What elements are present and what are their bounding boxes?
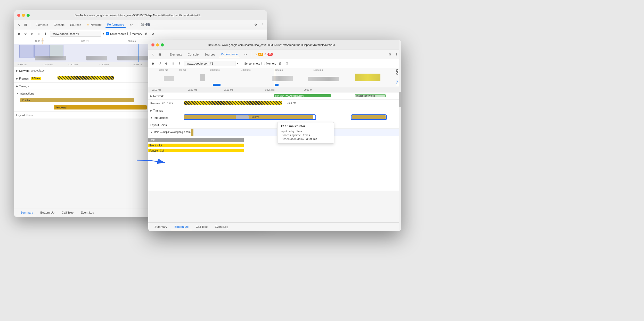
front-tab-console[interactable]: Console — [186, 52, 201, 57]
front-tab-performance[interactable]: Performance — [219, 52, 240, 57]
front-tab-bottomup[interactable]: Bottom-Up — [171, 224, 192, 230]
front-network-expand[interactable]: ▶ — [150, 95, 152, 97]
front-layout-shifts-row[interactable]: Layout Shifts — [148, 121, 401, 129]
scrollbar-track[interactable] — [399, 40, 401, 231]
tab-console[interactable]: Console — [52, 22, 67, 27]
download-icon[interactable]: ⬇ — [43, 31, 48, 36]
front-blue-marker — [275, 68, 275, 87]
timings-label-text: Timings — [19, 85, 29, 88]
front-tab-eventlog[interactable]: Event Log — [212, 224, 231, 230]
trash-icon[interactable]: 🗑 — [144, 31, 149, 36]
front-address-input[interactable] — [184, 61, 235, 66]
tab-elements[interactable]: Elements — [34, 22, 50, 27]
front-tab-sources[interactable]: Sources — [202, 52, 217, 57]
upload-icon[interactable]: ⬆ — [36, 31, 42, 36]
cursor-icon[interactable]: ↖ — [16, 22, 21, 27]
front-tab-more[interactable]: >> — [241, 52, 249, 57]
frames-expand-arrow[interactable]: ▶ — [16, 77, 18, 80]
ruler-tick-1000: 1000 ms — [35, 40, 44, 42]
front-memory-checkbox[interactable]: Memory — [262, 62, 276, 65]
tooltip-input-delay-label: Input delay — [281, 130, 295, 133]
address-input[interactable] — [50, 31, 101, 37]
cpu-bar-4 — [308, 77, 339, 81]
tab-more[interactable]: >> — [128, 22, 135, 27]
more-icon[interactable]: ⋮ — [260, 22, 265, 27]
tab-performance[interactable]: Performance — [105, 22, 126, 28]
event-click-bar[interactable]: Event: click — [148, 144, 244, 147]
front-timings-expand[interactable]: ▶ — [150, 109, 152, 112]
images-bar[interactable]: images (encryptec — [355, 94, 386, 97]
interactions-expand-arrow[interactable]: ▼ — [16, 92, 19, 95]
tooltip-input-delay-value: 2ms — [297, 130, 302, 133]
tab-sources[interactable]: Sources — [68, 22, 83, 27]
back-address-bar: ⏺ ↺ ⊘ ⬆ ⬇ ▾ Screenshots Memory 🗑 ⚙ — [14, 29, 267, 38]
front-trash-icon[interactable]: 🗑 — [278, 61, 283, 66]
front-cursor-icon[interactable]: ↖ — [150, 52, 156, 57]
frames-75ms: 75.1 ms — [287, 101, 296, 104]
back-keyboard-bar[interactable]: Keyboard — [54, 105, 147, 109]
front-timings-content — [184, 107, 401, 114]
gen-204-bar[interactable]: gen_204 (www.google.com) — [274, 94, 331, 97]
layout-shifts-label-text: Layout Shifts — [16, 114, 33, 117]
net-bar-1 — [213, 84, 221, 86]
front-record-icon[interactable]: ⏺ — [150, 61, 156, 66]
front-network-track-row[interactable]: ▶ Network gen_204 (www.google.com) image… — [148, 92, 401, 100]
front-interactions-header-row[interactable]: ▼ Interactions Pointer — [148, 114, 401, 121]
front-main-label-text: Main — https://www.google.com/ — [154, 131, 191, 134]
front-toolbar-separator-2 — [252, 52, 252, 57]
front-pointer-bar[interactable]: Pointer — [184, 115, 313, 119]
front-layout-shifts-label: Layout Shifts — [150, 123, 184, 127]
clear-icon[interactable]: ⊘ — [30, 31, 35, 36]
back-tab-calltree[interactable]: Call Tree — [59, 209, 77, 216]
front-main-header-row[interactable]: ▼ Main — https://www.google.com/ — [148, 129, 401, 136]
front-upload-icon[interactable]: ⬆ — [170, 61, 176, 66]
frames-badge: 8.3 ms — [31, 77, 41, 80]
front-interactions-expand[interactable]: ▼ — [150, 116, 153, 119]
front-timings-track-row[interactable]: ▶ Timings — [148, 107, 401, 114]
front-layout-shifts-text: Layout Shifts — [150, 123, 167, 127]
scrollbar-thumb[interactable] — [399, 92, 401, 107]
front-clear-icon[interactable]: ⊘ — [164, 61, 169, 66]
front-track-section: ▶ Network gen_204 (www.google.com) image… — [148, 92, 401, 191]
settings-icon[interactable]: ⚙ — [253, 22, 258, 27]
back-tab-eventlog[interactable]: Event Log — [78, 209, 97, 216]
front-tab-summary[interactable]: Summary — [151, 224, 170, 230]
front-download-icon[interactable]: ⬇ — [177, 61, 182, 66]
interactions-label-text: Interactions — [20, 92, 34, 95]
tab-network[interactable]: ⚠ Network — [85, 22, 103, 28]
back-tab-bottomup[interactable]: Bottom-Up — [37, 209, 58, 216]
back-devtools-toolbar: ↖ ⊞ Elements Console Sources ⚠ Network P… — [14, 20, 267, 29]
front-more-icon[interactable]: ⋮ — [394, 52, 399, 57]
front-tab-elements[interactable]: Elements — [168, 52, 184, 57]
front-tab-calltree[interactable]: Call Tree — [193, 224, 211, 230]
perf-settings-icon[interactable]: ⚙ — [150, 31, 156, 36]
memory-checkbox[interactable]: Memory — [127, 32, 142, 35]
front-dropdown-arrow[interactable]: ▾ — [237, 62, 238, 65]
timings-expand-arrow[interactable]: ▶ — [16, 85, 18, 88]
front-badge-warning: 41 — [258, 53, 263, 56]
front-ruler2-tick-4: -3095 ms — [264, 88, 275, 91]
cpu-bar-2 — [200, 74, 205, 81]
front-frames-track-row[interactable]: Frames 428.1 ms 75.1 ms — [148, 100, 401, 107]
screenshots-checkbox[interactable]: Screenshots — [106, 32, 126, 35]
front-frames-label-text: Frames — [150, 102, 160, 105]
front-screenshots-checkbox[interactable]: Screenshots — [240, 62, 260, 65]
front-reload-icon[interactable]: ↺ — [157, 61, 162, 66]
back-pointer-bar[interactable]: Pointer — [20, 98, 134, 102]
front-perf-settings-icon[interactable]: ⚙ — [284, 61, 290, 66]
back-tab-summary[interactable]: Summary — [17, 209, 36, 216]
func-call-bar[interactable]: Function Call — [148, 149, 244, 152]
reload-icon[interactable]: ↺ — [23, 31, 28, 36]
record-icon[interactable]: ⏺ — [16, 31, 21, 36]
back-layout-shifts-label: Layout Shifts — [16, 114, 58, 117]
dropdown-arrow[interactable]: ▾ — [103, 32, 104, 35]
task-bar[interactable]: Task — [148, 138, 244, 142]
cpu-bar-5 — [355, 74, 380, 81]
device-icon[interactable]: ⊞ — [23, 22, 28, 27]
back-title-bar: DevTools - www.google.com/search?sca_esv… — [14, 10, 267, 20]
front-pointer-bar-right[interactable] — [352, 115, 386, 119]
front-device-icon[interactable]: ⊞ — [157, 52, 162, 57]
front-settings-icon[interactable]: ⚙ — [387, 52, 392, 57]
front-main-expand[interactable]: ▼ — [150, 131, 153, 134]
expand-arrow[interactable]: ▶ — [16, 69, 18, 72]
